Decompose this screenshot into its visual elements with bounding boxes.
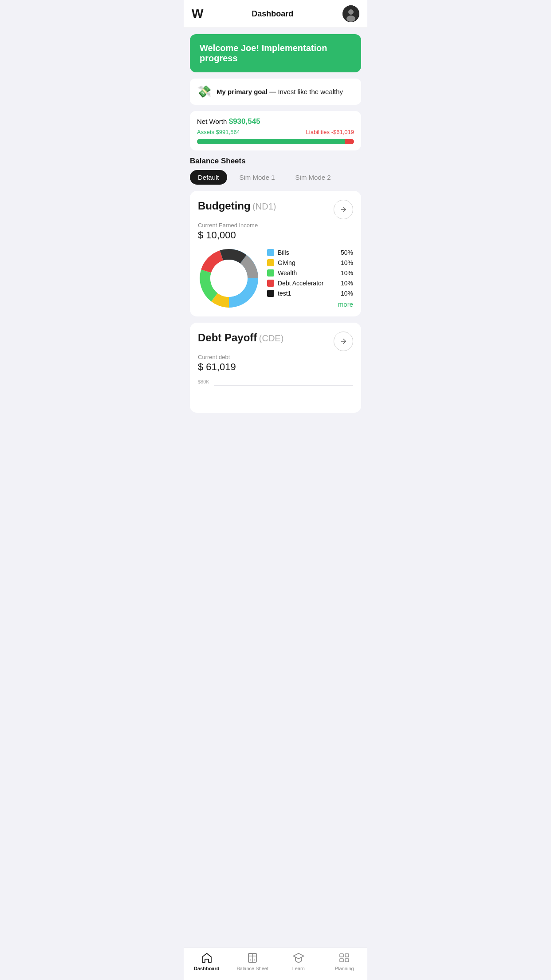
tab-sim-mode-1[interactable]: Sim Mode 1 xyxy=(232,170,283,185)
debt-payoff-title-group: Debt Payoff (CDE) xyxy=(198,332,283,344)
legend-dot-debt xyxy=(267,280,274,287)
legend-name-test1: test1 xyxy=(278,290,337,297)
legend-name-wealth: Wealth xyxy=(278,269,337,277)
budgeting-card: Budgeting (ND1) Current Earned Income $ … xyxy=(190,191,361,316)
svg-point-1 xyxy=(348,9,354,15)
legend-dot-wealth xyxy=(267,269,274,277)
debt-payoff-card-header: Debt Payoff (CDE) xyxy=(198,332,353,351)
legend-pct-wealth: 10% xyxy=(341,269,353,277)
debt-payoff-subtitle: (CDE) xyxy=(259,333,284,343)
budgeting-card-header: Budgeting (ND1) xyxy=(198,200,353,219)
legend-pct-giving: 10% xyxy=(341,259,353,266)
legend-name-bills: Bills xyxy=(278,249,337,256)
legend-name-giving: Giving xyxy=(278,259,337,266)
budgeting-subtitle: (ND1) xyxy=(252,202,276,211)
header: W Dashboard xyxy=(184,0,367,28)
debt-payoff-amount: $ 61,019 xyxy=(198,361,353,373)
net-worth-section: Net Worth $930,545 Assets $991,564 Liabi… xyxy=(190,111,361,150)
budgeting-arrow-button[interactable] xyxy=(334,200,353,219)
chart-y-label: $80K xyxy=(198,379,209,384)
welcome-text: Welcome Joe! Implementation progress xyxy=(200,43,327,63)
budgeting-legend: Bills 50% Giving 10% Wealth 10% Debt Acc… xyxy=(267,249,353,308)
chart-grid-line xyxy=(214,385,353,386)
budgeting-amount: $ 10,000 xyxy=(198,229,353,241)
goal-icon: 💸 xyxy=(197,85,211,99)
budgeting-title-group: Budgeting (ND1) xyxy=(198,200,276,212)
svg-point-4 xyxy=(210,260,248,297)
budgeting-sub-label: Current Earned Income xyxy=(198,222,353,229)
budgeting-content: Bills 50% Giving 10% Wealth 10% Debt Acc… xyxy=(198,247,353,309)
legend-pct-debt: 10% xyxy=(341,280,353,287)
tab-default[interactable]: Default xyxy=(190,170,227,185)
welcome-banner: Welcome Joe! Implementation progress xyxy=(190,34,361,72)
assets-liabilities-row: Assets $991,564 Liabilities -$61,019 xyxy=(197,129,354,135)
more-link[interactable]: more xyxy=(267,300,353,308)
balance-sheets-title: Balance Sheets xyxy=(190,157,361,166)
legend-dot-giving xyxy=(267,259,274,266)
legend-item-giving: Giving 10% xyxy=(267,259,353,266)
legend-dot-test1 xyxy=(267,290,274,297)
tab-sim-mode-2[interactable]: Sim Mode 2 xyxy=(287,170,339,185)
net-worth-value: $930,545 xyxy=(229,117,260,126)
donut-chart xyxy=(198,247,260,309)
legend-pct-test1: 10% xyxy=(341,290,353,297)
net-worth-label: Net Worth xyxy=(197,118,227,125)
budgeting-title: Budgeting xyxy=(198,200,251,212)
debt-payoff-sub-label: Current debt xyxy=(198,354,353,360)
legend-item-wealth: Wealth 10% xyxy=(267,269,353,277)
debt-payoff-arrow-button[interactable] xyxy=(334,332,353,351)
goal-row[interactable]: 💸 My primary goal — Invest like the weal… xyxy=(190,79,361,105)
mode-tabs: Default Sim Mode 1 Sim Mode 2 xyxy=(190,170,361,185)
debt-payoff-card: Debt Payoff (CDE) Current debt $ 61,019 … xyxy=(190,323,361,413)
assets-label: Assets $991,564 xyxy=(197,129,240,135)
legend-pct-bills: 50% xyxy=(341,249,353,256)
legend-name-debt: Debt Accelerator xyxy=(278,280,337,287)
liabilities-label: Liabilities -$61,019 xyxy=(306,129,354,135)
net-worth-progress-bar xyxy=(197,139,354,144)
goal-text: My primary goal — Invest like the wealth… xyxy=(216,88,343,95)
scroll-content: Welcome Joe! Implementation progress 💸 M… xyxy=(184,28,367,459)
legend-item-bills: Bills 50% xyxy=(267,249,353,256)
avatar[interactable] xyxy=(342,5,359,22)
app-logo: W xyxy=(192,7,202,21)
net-worth-row: Net Worth $930,545 xyxy=(197,117,354,126)
legend-item-debt: Debt Accelerator 10% xyxy=(267,280,353,287)
progress-bar-fill xyxy=(197,139,345,144)
legend-dot-bills xyxy=(267,249,274,256)
legend-item-test1: test1 10% xyxy=(267,290,353,297)
page-title: Dashboard xyxy=(252,9,293,19)
debt-payoff-title: Debt Payoff xyxy=(198,332,257,344)
debt-payoff-chart: $80K xyxy=(198,379,353,406)
svg-point-2 xyxy=(346,16,355,22)
